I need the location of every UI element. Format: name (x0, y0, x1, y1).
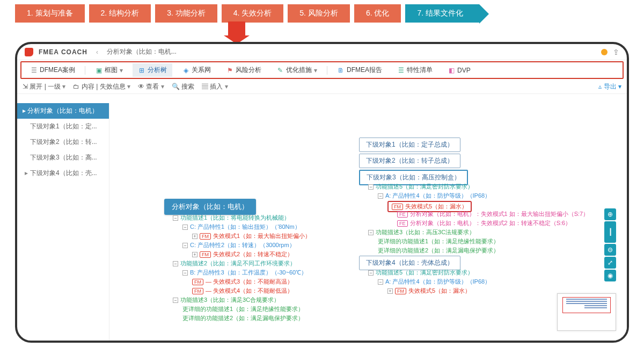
nav-dvp[interactable]: ◧ DVP (442, 64, 476, 76)
tree-toolbar: ⇲ 展开 | 一级 ▾ 🗀 内容 | 失效信息 ▾ 👁 查看 ▾ 🔍 搜索 ▤ … (17, 80, 627, 94)
tree-row[interactable]: 更详细的功能描述2（如：满足漏电保护要求） (182, 314, 304, 322)
notification-dot-icon[interactable] (601, 49, 608, 55)
list-icon: ☰ (397, 67, 405, 74)
minimap[interactable] (557, 293, 616, 331)
expand-toggle-icon[interactable]: − (182, 225, 188, 230)
tag-badge: FM (192, 279, 203, 285)
tree-row[interactable]: +FM失效模式2（如：转速不稳定） (192, 250, 293, 258)
expand-toggle-icon[interactable]: − (378, 193, 383, 199)
sidebar-head[interactable]: ▸ 分析对象（比如：电机） (17, 103, 109, 119)
sidebar-item-3[interactable]: ▸下级对象4（比如：壳... (17, 165, 109, 181)
row-text: C: 产品特性2（如：转速）（3000rpm） (190, 241, 295, 249)
insert-control[interactable]: ▤ 插入 ▾ (202, 82, 228, 91)
chevron-right-icon: ▸ (25, 169, 30, 177)
tree-row[interactable]: 更详细的功能描述1（如：满足绝缘性能要求） (378, 237, 499, 245)
tree-row[interactable]: −功能描述5（如：满足密封防水要求） (368, 183, 473, 191)
fit-button[interactable]: ⤢ (604, 257, 616, 269)
tree-row[interactable]: −功能描述1（比如：将电能转换为机械能） (173, 214, 290, 222)
nav-relation-net[interactable]: ◈ 关系网 (177, 63, 216, 77)
content-control[interactable]: 🗀 内容 | 失效信息 ▾ (73, 82, 130, 91)
row-text: — 失效模式4（如：不能耐低温） (206, 287, 293, 295)
main-node[interactable]: 分析对象（比如：电机） (164, 199, 256, 215)
tree-row[interactable]: −B: 产品特性3（如：工作温度）（-30~60℃） (182, 269, 307, 277)
tree-row[interactable]: −C: 产品特性1（如：输出扭矩）（'80Nm） (182, 223, 301, 231)
expand-control[interactable]: ⇲ 展开 | 一级 ▾ (23, 82, 65, 91)
row-text: 功能描述3（比如：满足3C合规要求） (180, 296, 280, 304)
sidebar-item-2[interactable]: 下级对象3（比如：高... (17, 150, 109, 165)
zoom-out-button[interactable]: ⊖ (604, 244, 616, 256)
expand-toggle-icon[interactable]: − (173, 261, 178, 266)
archive-icon: 🗀 (73, 83, 79, 90)
report-icon: 🗎 (337, 67, 345, 74)
tree-row[interactable]: FM— 失效模式3（如：不能耐高温） (192, 278, 293, 286)
tree-row[interactable]: FE分析对象（比如：电机）：失效模式1 如：最大输出扭矩偏小（S:7） (397, 210, 589, 218)
nav-dfmea-report[interactable]: 🗎 DFMEA报告 (332, 63, 387, 77)
sub-node-0[interactable]: 下级对象1（比如：定子总成） (359, 138, 460, 152)
tree-row[interactable]: −功能描述3（比如：满足3C合规要求） (173, 296, 280, 304)
sub-node-1[interactable]: 下级对象2（比如：转子总成） (359, 154, 460, 168)
tree-row[interactable]: −A: 产品特性4（如：防护等级）（IP68） (378, 192, 491, 200)
tree-icon: ⊞ (138, 67, 145, 74)
search-control[interactable]: 🔍 搜索 (172, 82, 194, 91)
expand-toggle-icon[interactable]: + (387, 288, 393, 294)
expand-toggle-icon[interactable]: − (173, 298, 178, 303)
app-logo-icon (25, 48, 33, 56)
zoom-slider[interactable]: ┃ (604, 221, 616, 243)
tree-row[interactable]: −C: 产品特性2（如：转速）（3000rpm） (182, 241, 295, 249)
tree-row[interactable]: +FM失效模式5（如：漏水） (387, 287, 471, 295)
nav-label: 关系网 (192, 66, 211, 75)
tree-canvas[interactable]: 分析对象（比如：电机） −功能描述1（比如：将电能转换为机械能）−C: 产品特性… (109, 103, 627, 341)
row-text: 更详细的功能描述1（如：满足绝缘性能要求） (182, 305, 304, 313)
zoom-in-button[interactable]: ⊕ (604, 208, 616, 220)
row-text: — 失效模式3（如：不能耐高温） (206, 278, 293, 286)
risk-icon: ⚑ (226, 67, 233, 74)
sidebar: ▸ 分析对象（比如：电机） 下级对象1（比如：定... 下级对象2（比如：转..… (17, 103, 109, 341)
export-button[interactable]: ▵ 导出 ▾ (598, 82, 621, 91)
nav-dfmea-case[interactable]: ☰ DFMEA案例 (25, 63, 80, 77)
expand-toggle-icon[interactable]: + (192, 252, 197, 257)
tree-row[interactable]: −功能描述2（比如：满足不同工作环境要求） (173, 259, 296, 268)
tree-row[interactable]: 更详细的功能描述2（如：满足漏电保护要求） (378, 247, 499, 255)
row-text: C: 产品特性1（如：输出扭矩）（'80Nm） (190, 223, 301, 231)
row-text: 分析对象（比如：电机）：失效模式2 如：转速不稳定（S:6） (410, 219, 572, 227)
expand-toggle-icon[interactable]: − (378, 279, 383, 285)
tag-badge: FM (200, 233, 211, 240)
breadcrumb[interactable]: 分析对象（比如：电机... (107, 47, 177, 56)
row-text: 更详细的功能描述2（如：满足漏电保护要求） (378, 247, 499, 255)
expand-toggle-icon[interactable]: + (192, 234, 197, 239)
sidebar-item-1[interactable]: 下级对象2（比如：转... (17, 134, 109, 150)
step-4: 4. 失效分析 (222, 4, 284, 23)
row-text: 失效模式2（如：转速不稳定） (213, 250, 293, 258)
network-icon: ◈ (182, 67, 189, 74)
expand-toggle-icon[interactable]: − (182, 270, 188, 276)
search-icon: 🔍 (172, 83, 180, 90)
nav-label: DVP (457, 67, 471, 74)
expand-toggle-icon[interactable]: − (368, 270, 374, 276)
nav-block-diagram[interactable]: ▣ 框图 ▾ (90, 63, 128, 77)
tree-row[interactable]: −A: 产品特性4（如：防护等级）（IP68） (378, 278, 491, 286)
expand-toggle-icon[interactable]: − (368, 184, 374, 190)
tree-row[interactable]: −功能描述3（比如：高压3C法规要求） (368, 228, 475, 236)
nav-optimize[interactable]: ✎ 优化措施 ▾ (271, 63, 323, 77)
tree-row[interactable]: +FM失效模式1（如：最大输出扭矩偏小） (192, 232, 311, 240)
sidebar-item-0[interactable]: 下级对象1（比如：定... (17, 119, 109, 134)
tree-row[interactable]: 更详细的功能描述1（如：满足绝缘性能要求） (182, 305, 304, 313)
sub-node-3[interactable]: 下级对象4（比如：壳体总成） (359, 256, 460, 270)
expand-toggle-icon[interactable]: − (368, 230, 374, 235)
toggle-minimap-button[interactable]: ◉ (604, 270, 616, 281)
breadcrumb-sep: ‹ (96, 48, 98, 56)
nav-analysis-tree[interactable]: ⊞ 分析树 (133, 63, 172, 77)
step-6: 6. 优化 (354, 4, 401, 23)
share-icon[interactable]: ⇪ (613, 48, 619, 56)
expand-toggle-icon[interactable]: − (173, 215, 178, 221)
export-icon: ▵ (598, 83, 602, 90)
tree-row[interactable]: FM— 失效模式4（如：不能耐低温） (192, 287, 293, 295)
tree-row[interactable]: −功能描述5（如：满足密封防水要求） (368, 269, 473, 277)
expand-toggle-icon[interactable]: − (182, 243, 188, 248)
tree-row[interactable]: FE分析对象（比如：电机）：失效模式2 如：转速不稳定（S:6） (397, 219, 571, 227)
nav-feature-list[interactable]: ☰ 特性清单 (392, 63, 438, 77)
insert-icon: ▤ (202, 83, 208, 90)
nav-label: 分析树 (148, 66, 167, 75)
nav-risk-analysis[interactable]: ⚑ 风险分析 (221, 63, 267, 77)
view-control[interactable]: 👁 查看 ▾ (138, 82, 164, 91)
